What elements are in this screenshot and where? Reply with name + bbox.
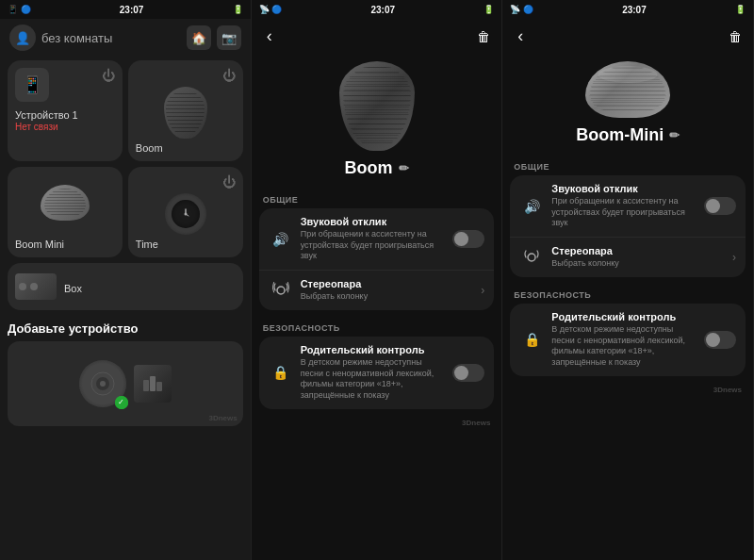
panel1-header: 👤 без комнаты 🏠 📷 xyxy=(0,19,251,55)
power-icon-1[interactable]: ⏻ xyxy=(102,68,115,102)
avatar-icon[interactable]: 👤 xyxy=(9,25,36,51)
large-boom-shape xyxy=(339,61,415,151)
detail-topbar-3: ‹ 🗑 xyxy=(502,19,753,54)
parental-icon-2: 🔒 xyxy=(269,360,293,385)
svg-rect-8 xyxy=(156,382,162,391)
time-image xyxy=(136,193,236,235)
device-detail-name-3: Boom-Mini ✏ xyxy=(576,125,680,145)
edit-icon-2[interactable]: ✏ xyxy=(399,161,409,175)
stereo-row-2[interactable]: Стереопара Выбрать колонку › xyxy=(259,271,495,310)
sound-icon-2: 🔊 xyxy=(269,227,293,252)
sound-toggle-2[interactable] xyxy=(452,230,484,248)
time-2: 23:07 xyxy=(370,5,395,15)
device-offline-img: 📱 xyxy=(15,68,49,102)
parental-icon-3: 🔒 xyxy=(519,327,544,352)
detail-scroll-2[interactable]: ОБЩИЕ 🔊 Звуковой отклик При обращении к … xyxy=(252,188,502,560)
sound-response-row-3: 🔊 Звуковой отклик При обращении к ассист… xyxy=(510,175,746,238)
edit-icon-3[interactable]: ✏ xyxy=(669,128,680,142)
battery-icon: 🔋 xyxy=(233,5,243,14)
time-3: 23:07 xyxy=(622,5,647,15)
trash-button-2[interactable]: 🗑 xyxy=(477,29,490,44)
time-speaker-shape xyxy=(165,193,206,235)
sound-title-2: Звуковой отклик xyxy=(301,216,446,227)
sound-icon-3: 🔊 xyxy=(519,194,544,219)
svg-point-9 xyxy=(277,287,285,294)
parental-toggle-3[interactable] xyxy=(704,331,736,349)
device-card-top: 📱 ⏻ xyxy=(15,68,115,102)
general-card-2: 🔊 Звуковой отклик При обращении к ассист… xyxy=(259,208,495,310)
add-device-img2 xyxy=(134,365,172,403)
device-card-time[interactable]: ⏻ Time xyxy=(128,167,243,257)
header-right: 🏠 📷 xyxy=(187,25,241,50)
stereo-title-3: Стереопара xyxy=(551,245,725,256)
status-left: 📱 🔵 xyxy=(8,5,31,14)
status-bar-2: 📡 🔵 23:07 🔋 xyxy=(252,0,502,19)
signal-3: 📡 🔵 xyxy=(510,5,533,14)
status-left-3: 📡 🔵 xyxy=(510,5,533,14)
mini-image xyxy=(15,174,115,231)
parental-title-2: Родительский контроль xyxy=(301,344,446,355)
device-card-offline[interactable]: 📱 ⏻ Устройство 1 Нет связи xyxy=(8,60,123,161)
box-speaker-shape xyxy=(15,273,57,300)
device-card-mini[interactable]: Boom Mini xyxy=(8,167,123,257)
svg-point-5 xyxy=(100,381,106,387)
svg-rect-6 xyxy=(143,380,149,391)
general-label-2: ОБЩИЕ xyxy=(252,188,502,208)
general-card-3: 🔊 Звуковой отклик При обращении к ассист… xyxy=(510,175,746,277)
security-card-3: 🔒 Родительский контроль В детском режиме… xyxy=(510,304,746,376)
security-label-3: БЕЗОПАСНОСТЬ xyxy=(502,283,753,304)
parental-text-2: Родительский контроль В детском режиме н… xyxy=(301,344,446,402)
camera-icon[interactable]: 📷 xyxy=(217,25,241,50)
device1-status: Нет связи xyxy=(15,122,58,132)
stereo-desc-3: Выбрать колонку xyxy=(551,258,725,270)
boom-name: Boom xyxy=(136,142,163,154)
status-bar-1: 📱 🔵 23:07 🔋 xyxy=(0,0,251,19)
device1-name: Устройство 1 xyxy=(15,109,78,121)
parental-text-3: Родительский контроль В детском режиме н… xyxy=(551,311,697,369)
panel-mini-detail: 📡 🔵 23:07 🔋 ‹ 🗑 Boom-Mini ✏ ОБЩИЕ 🔊 xyxy=(502,0,754,560)
sound-toggle-3[interactable] xyxy=(704,197,736,215)
status-bar-3: 📡 🔵 23:07 🔋 xyxy=(502,0,753,19)
time-name: Time xyxy=(136,239,158,250)
signal-2: 📡 🔵 xyxy=(259,5,283,14)
stereo-chevron-2: › xyxy=(481,284,484,297)
status-right-3: 🔋 xyxy=(735,5,746,14)
box-name: Box xyxy=(64,283,82,294)
trash-button-3[interactable]: 🗑 xyxy=(729,29,742,44)
speaker-area-2: Boom ✏ xyxy=(252,54,502,188)
add-device-card[interactable]: ✓ 3Dnews xyxy=(8,341,243,426)
status-time-1: 23:07 xyxy=(120,5,144,15)
device-card-boom[interactable]: ⏻ Boom xyxy=(128,60,243,161)
parental-row-3: 🔒 Родительский контроль В детском режиме… xyxy=(510,304,746,376)
large-mini-shape xyxy=(585,61,670,118)
devices-grid: 📱 ⏻ Устройство 1 Нет связи ⏻ Boom Boom M… xyxy=(0,55,251,263)
device-card-box[interactable]: Box xyxy=(8,263,243,310)
sound-text-2: Звуковой отклик При обращении к ассистен… xyxy=(301,216,446,262)
detail-scroll-3[interactable]: ОБЩИЕ 🔊 Звуковой отклик При обращении к … xyxy=(502,155,753,560)
stereo-text-2: Стереопара Выбрать колонку xyxy=(301,278,474,303)
back-button-2[interactable]: ‹ xyxy=(263,25,276,48)
stereo-row-3[interactable]: Стереопара Выбрать колонку › xyxy=(510,238,746,277)
sound-title-3: Звуковой отклик xyxy=(551,183,697,194)
power-icon-time[interactable]: ⏻ xyxy=(222,174,236,189)
add-device-section: Добавьте устройство ✓ xyxy=(0,316,251,432)
power-icon-boom[interactable]: ⏻ xyxy=(222,68,236,83)
parental-desc-3: В детском режиме недоступны песни с нено… xyxy=(551,324,697,369)
box-dot xyxy=(19,283,26,290)
room-label: без комнаты xyxy=(41,31,112,45)
speaker-area-3: Boom-Mini ✏ xyxy=(502,54,753,155)
time-hands xyxy=(178,206,193,222)
boom-image xyxy=(136,87,236,139)
back-button-3[interactable]: ‹ xyxy=(514,25,527,48)
parental-toggle-2[interactable] xyxy=(452,364,484,382)
watermark-1: 3Dnews xyxy=(208,414,237,422)
add-device-imgs: ✓ xyxy=(79,360,172,407)
stereo-chevron-3: › xyxy=(732,251,736,264)
stereo-text-3: Стереопара Выбрать колонку xyxy=(551,245,725,270)
status-right-2: 🔋 xyxy=(484,5,494,14)
stereo-desc-2: Выбрать колонку xyxy=(301,291,474,303)
time-card-top: ⏻ xyxy=(136,174,236,189)
home-icon[interactable]: 🏠 xyxy=(187,25,211,50)
mini-speaker-shape xyxy=(41,185,90,221)
panel-home: 📱 🔵 23:07 🔋 👤 без комнаты 🏠 📷 📱 ⏻ Устрой… xyxy=(0,0,252,560)
